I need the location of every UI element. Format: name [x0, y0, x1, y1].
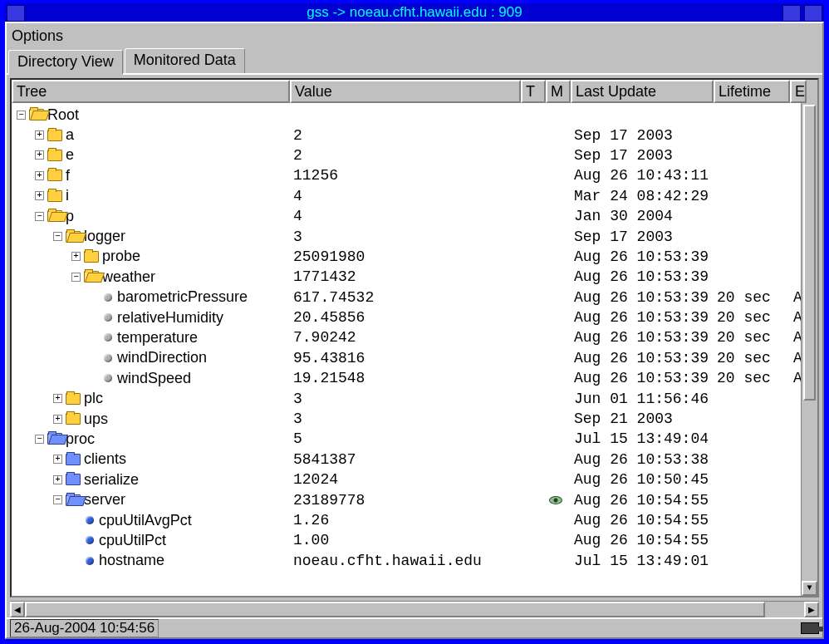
collapse-icon[interactable]: −: [53, 495, 62, 504]
expand-icon[interactable]: +: [71, 252, 81, 261]
tree-row[interactable]: hostnamenoeau.cfht.hawaii.eduJul 15 13:4…: [12, 551, 817, 571]
tree-node-label: plc: [84, 390, 103, 407]
col-t[interactable]: T: [521, 80, 546, 103]
cell-value: 3: [290, 391, 521, 407]
folder-closed-icon: [66, 393, 81, 405]
horizontal-scrollbar[interactable]: ◀ ▶: [10, 601, 819, 617]
vscroll-down-button[interactable]: ▼: [802, 581, 817, 596]
collapse-icon[interactable]: −: [53, 232, 62, 241]
window-maximize-button[interactable]: [804, 5, 822, 22]
hscroll-left-button[interactable]: ◀: [10, 602, 25, 617]
cell-last-update: Jul 15 13:49:04: [571, 430, 714, 447]
folder-open-icon: [66, 231, 81, 243]
col-tree[interactable]: Tree: [12, 80, 290, 103]
tree-row[interactable]: −proc5Jul 15 13:49:04: [12, 429, 817, 449]
cell-lifetime: 20 sec: [714, 370, 790, 386]
window-minimize-button[interactable]: [782, 5, 801, 22]
tree-row[interactable]: +e2Sep 17 2003: [12, 145, 817, 165]
tree-row[interactable]: −weather1771432Aug 26 10:53:39: [12, 267, 817, 287]
tree-row[interactable]: +i4Mar 24 08:42:29: [12, 186, 817, 206]
directory-tree-table: Tree Value T M Last Update Lifetime E −R…: [10, 78, 819, 597]
tree-row[interactable]: cpuUtilAvgPct1.26Aug 26 10:54:55: [12, 510, 817, 530]
tab-directory-view[interactable]: Directory View: [8, 50, 123, 75]
tree-node-label: ups: [84, 410, 108, 428]
folder-closed-icon: [66, 454, 81, 465]
cell-last-update: Aug 26 10:50:45: [571, 471, 714, 488]
tree-row[interactable]: +a2Sep 17 2003: [12, 125, 817, 145]
tree-row[interactable]: −Root: [12, 105, 817, 125]
tree-row[interactable]: −logger3Sep 17 2003: [12, 226, 817, 246]
folder-open-icon: [29, 109, 44, 120]
tree-row[interactable]: +serialize12024Aug 26 10:50:45: [12, 469, 817, 489]
col-m[interactable]: M: [546, 80, 571, 103]
tree-row[interactable]: temperature7.90242Aug 26 10:53:3920 secA: [12, 327, 817, 347]
collapse-icon[interactable]: −: [35, 212, 44, 221]
leaf-node-icon: [86, 536, 94, 544]
folder-closed-icon: [47, 150, 62, 161]
vertical-scrollbar[interactable]: ▼: [801, 103, 817, 596]
expand-icon[interactable]: +: [35, 191, 44, 200]
folder-closed-icon: [66, 413, 81, 425]
leaf-node-icon: [86, 557, 94, 565]
col-last-update[interactable]: Last Update: [571, 80, 714, 103]
leaf-node-icon: [104, 313, 112, 322]
tree-node-label: windSpeed: [117, 370, 191, 387]
tree-row[interactable]: windSpeed19.21548Aug 26 10:53:3920 secA: [12, 368, 817, 388]
tree-row[interactable]: +f11256Aug 26 10:43:11: [12, 165, 817, 185]
cell-value: 25091980: [290, 248, 521, 265]
window-titlebar[interactable]: gss -> noeau.cfht.hawaii.edu : 909: [0, 0, 829, 22]
tree-node-label: probe: [102, 248, 140, 265]
folder-closed-icon: [47, 130, 62, 141]
expand-icon[interactable]: +: [35, 150, 44, 160]
collapse-icon[interactable]: −: [35, 435, 44, 444]
tree-row[interactable]: +ups3Sep 21 2003: [12, 409, 817, 429]
cell-lifetime: 20 sec: [714, 309, 790, 326]
tree-row[interactable]: −server23189778Aug 26 10:54:55: [12, 489, 817, 509]
expand-icon[interactable]: +: [53, 394, 62, 403]
tree-row[interactable]: windDirection95.43816Aug 26 10:53:3920 s…: [12, 348, 817, 368]
tab-monitored-data[interactable]: Monitored Data: [125, 48, 245, 73]
tree-row[interactable]: +plc3Jun 01 11:56:46: [12, 388, 817, 408]
tree-row[interactable]: cpuUtilPct1.00Aug 26 10:54:55: [12, 530, 817, 550]
vscroll-thumb[interactable]: [803, 105, 816, 401]
tree-node-label: server: [84, 491, 125, 509]
tree-row[interactable]: barometricPressure617.74532Aug 26 10:53:…: [12, 288, 817, 307]
tree-node-label: i: [66, 187, 69, 204]
cell-value: noeau.cfht.hawaii.edu: [290, 553, 521, 569]
hscroll-thumb[interactable]: [25, 602, 765, 617]
folder-closed-icon: [66, 474, 81, 485]
col-e[interactable]: E: [790, 80, 807, 103]
collapse-icon[interactable]: −: [17, 111, 26, 120]
tree-row[interactable]: +probe25091980Aug 26 10:53:39: [12, 247, 817, 267]
folder-closed-icon: [84, 251, 99, 263]
tree-node-label: clients: [84, 450, 126, 468]
window-menu-button[interactable]: [7, 5, 25, 22]
monitored-eye-icon: [549, 496, 562, 504]
expand-icon[interactable]: +: [53, 415, 62, 424]
col-lifetime[interactable]: Lifetime: [714, 80, 790, 103]
leaf-node-icon: [104, 374, 112, 382]
hscroll-right-button[interactable]: ▶: [804, 602, 819, 617]
cell-value: 20.45856: [290, 309, 521, 326]
expand-icon[interactable]: +: [35, 171, 44, 180]
cell-value: 2: [290, 127, 521, 144]
expand-icon[interactable]: +: [53, 475, 62, 484]
expand-icon[interactable]: +: [35, 130, 44, 140]
tree-row[interactable]: relativeHumidity20.45856Aug 26 10:53:392…: [12, 307, 817, 327]
cell-last-update: Aug 26 10:53:39: [571, 268, 714, 285]
cell-last-update: Jun 01 11:56:46: [571, 391, 714, 407]
tree-node-label: barometricPressure: [117, 288, 248, 306]
collapse-icon[interactable]: −: [71, 273, 81, 282]
menu-options[interactable]: Options: [12, 27, 63, 45]
cell-last-update: Sep 17 2003: [571, 147, 714, 164]
cell-last-update: Aug 26 10:54:55: [571, 512, 714, 528]
cell-last-update: Sep 21 2003: [571, 410, 714, 427]
expand-icon[interactable]: +: [53, 455, 62, 464]
cell-value: 23189778: [290, 492, 521, 509]
cell-last-update: Aug 26 10:53:38: [571, 451, 714, 468]
cell-lifetime: 20 sec: [714, 329, 790, 346]
tree-row[interactable]: +clients5841387Aug 26 10:53:38: [12, 450, 817, 469]
col-value[interactable]: Value: [290, 80, 521, 103]
leaf-node-icon: [104, 333, 112, 342]
tree-row[interactable]: −p4Jan 30 2004: [12, 206, 817, 226]
